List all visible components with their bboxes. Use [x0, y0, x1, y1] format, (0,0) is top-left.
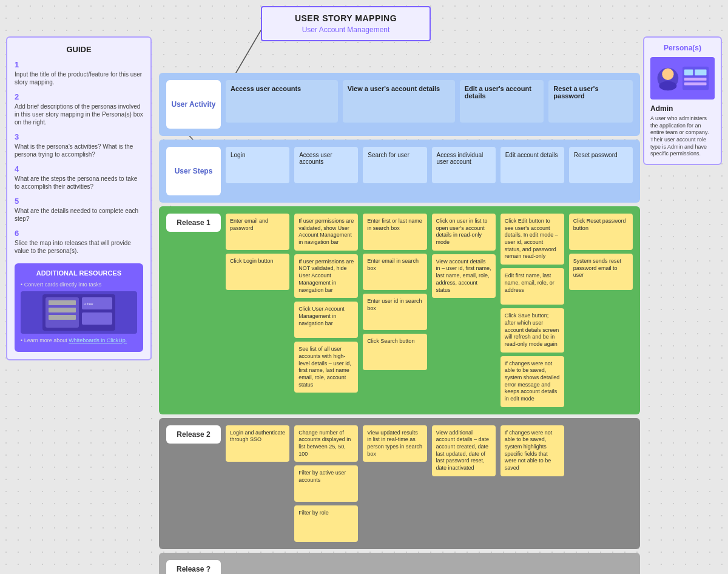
guide-text-4: What are the steps the persona needs to …	[15, 175, 143, 191]
step-card-4: Access individual user account	[432, 147, 496, 183]
activity-section: User Activity Access user accounts View …	[159, 73, 640, 136]
release-2-col-4: View additional account details – date a…	[432, 425, 496, 542]
persona-image	[650, 57, 715, 100]
guide-panel: GUIDE 1 Input the title of the product/f…	[6, 36, 152, 360]
guide-item-3: 3 What is the persona's activities? What…	[15, 132, 143, 158]
guide-item-6: 6 Slice the map into releases that will …	[15, 229, 143, 255]
release-2-note-2-1: Change number of accounts displayed in l…	[294, 425, 358, 462]
guide-item-2: 2 Add brief descriptions of the personas…	[15, 92, 143, 126]
guide-text-2: Add brief descriptions of the personas i…	[15, 103, 143, 126]
guide-text-3: What is the persona's activities? What i…	[15, 143, 143, 158]
svg-point-16	[662, 69, 673, 80]
guide-num-3: 3	[15, 132, 143, 141]
guide-text-5: What are the details needed to complete …	[15, 207, 143, 223]
persona-panel: Persona(s) Admin A user who administers …	[643, 36, 722, 165]
user-steps-label: User Steps	[166, 147, 221, 195]
release-1-note-5-2: Edit first name, last name, email, role,…	[500, 268, 564, 305]
guide-num-6: 6	[15, 229, 143, 238]
release-1-col-2: If user permissions are validated, show …	[294, 214, 358, 407]
release-1-note-3-1: Enter first or last name in search box	[363, 214, 426, 250]
guide-num-2: 2	[15, 92, 143, 101]
release-1-note-2-1: If user permissions are validated, show …	[294, 214, 358, 251]
release-q-label: Release ?	[166, 560, 221, 574]
release-2-note-5-1: If changes were not able to be saved, sy…	[500, 425, 564, 476]
svg-rect-11	[49, 315, 76, 320]
release-1-note-5-3: Click Save button; after which user acco…	[500, 308, 564, 352]
release-1-note-3-3: Enter user id in search box	[363, 294, 426, 330]
svg-text:☑ Task: ☑ Task	[84, 302, 93, 306]
additional-title: ADDITIONAL RESOURCES	[21, 269, 137, 277]
svg-rect-21	[684, 83, 707, 86]
additional-link[interactable]: Whiteboards in ClickUp.	[69, 337, 127, 343]
guide-text-1: Input the title of the product/feature f…	[15, 70, 143, 86]
guide-item-1: 1 Input the title of the product/feature…	[15, 60, 143, 86]
svg-rect-19	[695, 70, 706, 76]
svg-rect-9	[49, 300, 76, 305]
additional-item-1: • Convert cards directly into tasks	[21, 282, 137, 288]
release-2-note-4-1: View additional account details – date a…	[432, 425, 496, 476]
release-q-section: Release ?	[159, 553, 640, 574]
release-1-note-4-2: View account details in – user id, first…	[432, 254, 496, 298]
release-1-note-6-1: Click Reset password button	[569, 214, 633, 250]
release-2-section: Release 2 Login and authenticate through…	[159, 418, 640, 550]
activity-card-2: View a user's account details	[343, 80, 455, 123]
release-1-note-2-4: See list of all user accounts with high-…	[294, 342, 358, 393]
resource-image: ☑ Task	[21, 291, 137, 334]
release-1-col-1: Enter email and password Click Login but…	[226, 214, 289, 407]
release-1-note-5-4: If changes were not able to be saved, sy…	[500, 356, 564, 407]
user-activity-label: User Activity	[166, 80, 221, 129]
release-1-col-3: Enter first or last name in search box E…	[363, 214, 426, 407]
activity-card-3: Edit a user's account details	[460, 80, 544, 123]
guide-num-5: 5	[15, 197, 143, 206]
additional-resources: ADDITIONAL RESOURCES • Convert cards dir…	[15, 263, 143, 352]
release-1-col-5: Click Edit button to see user's account …	[500, 214, 564, 407]
guide-title: GUIDE	[15, 45, 143, 54]
activity-cards: Access user accounts View a user's accou…	[226, 80, 633, 123]
step-card-3: Search for user	[363, 147, 426, 183]
release-2-col-2: Change number of accounts displayed in l…	[294, 425, 358, 542]
release-2-note-2-3: Filter by role	[294, 505, 358, 542]
release-1-note-4-1: Click on user in list to open user's acc…	[432, 214, 496, 251]
guide-item-4: 4 What are the steps the persona needs t…	[15, 164, 143, 191]
persona-name: Admin	[650, 104, 715, 113]
release-1-note-1-1: Enter email and password	[226, 214, 289, 250]
release-2-label: Release 2	[166, 425, 221, 444]
steps-section: User Steps Login Access user accounts Se…	[159, 140, 640, 203]
step-card-1: Login	[226, 147, 289, 183]
svg-rect-18	[684, 70, 693, 76]
svg-point-15	[659, 81, 676, 90]
guide-text-6: Slice the map into releases that will pr…	[15, 239, 143, 255]
svg-rect-8	[82, 312, 112, 325]
release-1-note-3-2: Enter email in search box	[363, 254, 426, 290]
release-2-col-3: View updated results in list in real-tim…	[363, 425, 426, 542]
release-1-label: Release 1	[166, 214, 221, 232]
activity-card-1: Access user accounts	[226, 80, 338, 123]
persona-description: A user who administers the application f…	[650, 115, 715, 158]
release-2-columns: Login and authenticate through SSO Chang…	[226, 425, 633, 542]
release-1-columns: Enter email and password Click Login but…	[226, 214, 633, 407]
release-2-col-5: If changes were not able to be saved, sy…	[500, 425, 564, 542]
persona-title: Persona(s)	[650, 44, 715, 52]
step-card-2: Access user accounts	[294, 147, 358, 183]
release-1-section: Release 1 Enter email and password Click…	[159, 206, 640, 414]
header-box: USER STORY MAPPING User Account Manageme…	[261, 6, 431, 41]
release-2-note-3-1: View updated results in list in real-tim…	[363, 425, 426, 462]
release-2-col-6	[569, 425, 633, 542]
release-2-note-2-2: Filter by active user accounts	[294, 465, 358, 502]
step-card-5: Edit account details	[500, 147, 564, 183]
release-1-col-4: Click on user in list to open user's acc…	[432, 214, 496, 407]
release-1-note-1-2: Click Login button	[226, 254, 289, 290]
release-1-col-6: Click Reset password button System sends…	[569, 214, 633, 407]
release-1-note-2-2: If user permissions are NOT validated, h…	[294, 254, 358, 298]
release-1-note-5-1: Click Edit button to see user's account …	[500, 214, 564, 265]
guide-item-5: 5 What are the details needed to complet…	[15, 197, 143, 223]
release-1-note-2-3: Click User Account Management in navigat…	[294, 302, 358, 338]
guide-num-4: 4	[15, 164, 143, 174]
release-2-note-1-1: Login and authenticate through SSO	[226, 425, 289, 462]
guide-num-1: 1	[15, 60, 143, 69]
release-2-col-1: Login and authenticate through SSO	[226, 425, 289, 542]
step-card-6: Reset password	[569, 147, 633, 183]
svg-rect-10	[49, 308, 76, 312]
release-1-note-6-2: System sends reset password email to use…	[569, 254, 633, 290]
header-subtitle: User Account Management	[271, 25, 420, 34]
